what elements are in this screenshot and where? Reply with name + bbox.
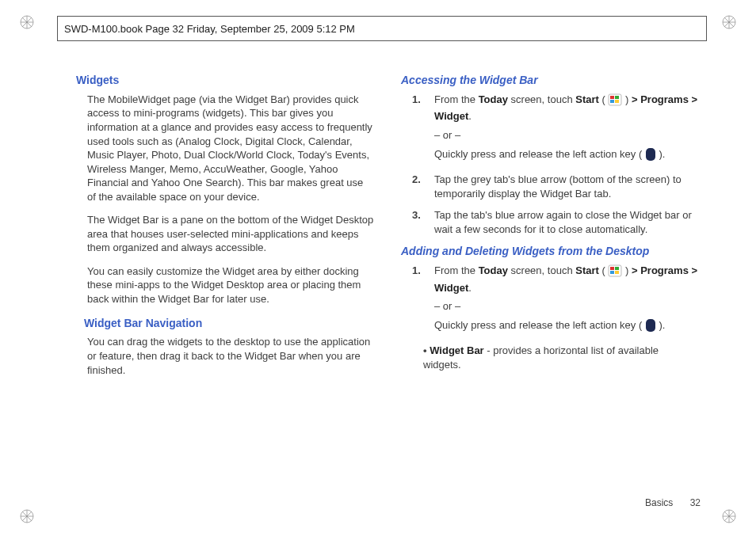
- step-alt: Quickly press and release the left actio…: [434, 318, 699, 337]
- ordered-steps: 1. From the Today screen, touch Start ( …: [412, 264, 699, 336]
- step-number: 1.: [412, 93, 425, 165]
- svg-rect-28: [615, 267, 619, 270]
- ordered-steps: 1. From the Today screen, touch Start ( …: [412, 93, 699, 236]
- document-header: SWD-M100.book Page 32 Friday, September …: [57, 16, 707, 41]
- start-flag-icon: [608, 93, 622, 110]
- heading-widget-bar-navigation: Widget Bar Navigation: [84, 316, 374, 331]
- page-body: Widgets The MobileWidget page (via the W…: [76, 67, 699, 486]
- right-column: Accessing the Widget Bar 1. From the Tod…: [401, 67, 699, 486]
- step-number: 2.: [412, 173, 425, 200]
- svg-rect-22: [615, 96, 619, 99]
- footer-section: Basics: [645, 497, 673, 508]
- step-or: – or –: [434, 128, 699, 143]
- paragraph: You can easily customize the Widget area…: [87, 264, 374, 306]
- crop-ornament-bottom-right: [721, 508, 737, 524]
- left-column: Widgets The MobileWidget page (via the W…: [76, 67, 374, 486]
- svg-rect-25: [646, 148, 655, 161]
- paragraph: The MobileWidget page (via the Widget Ba…: [87, 93, 374, 203]
- svg-rect-23: [610, 100, 614, 103]
- svg-rect-24: [615, 100, 619, 103]
- step-alt: Quickly press and release the left actio…: [434, 147, 699, 165]
- crop-ornament-top-right: [721, 14, 737, 30]
- step-item: 1. From the Today screen, touch Start ( …: [412, 93, 699, 165]
- heading-accessing-widget-bar: Accessing the Widget Bar: [401, 73, 699, 88]
- svg-rect-27: [610, 267, 614, 270]
- step-number: 1.: [412, 264, 425, 336]
- paragraph: The Widget Bar is a pane on the bottom o…: [87, 213, 374, 255]
- step-item: 3. Tap the tab's blue arrow again to clo…: [412, 208, 699, 236]
- start-flag-icon: [608, 264, 622, 281]
- footer-page-number: 32: [690, 497, 701, 508]
- page-footer: Basics 32: [645, 497, 701, 508]
- svg-rect-31: [646, 319, 655, 332]
- step-item: 1. From the Today screen, touch Start ( …: [412, 264, 699, 336]
- action-key-icon: [645, 318, 656, 337]
- step-body: Tap the tab's blue arrow again to close …: [434, 208, 699, 236]
- svg-rect-29: [610, 271, 614, 274]
- heading-widgets: Widgets: [76, 73, 374, 88]
- svg-rect-21: [610, 96, 614, 99]
- action-key-icon: [645, 147, 656, 165]
- bullet-item: Widget Bar - provides a horizontal list …: [423, 344, 699, 371]
- paragraph: You can drag the widgets to the desktop …: [87, 335, 374, 377]
- svg-rect-30: [615, 271, 619, 274]
- document-header-text: SWD-M100.book Page 32 Friday, September …: [64, 23, 355, 35]
- step-body: Tap the grey tab's blue arrow (bottom of…: [434, 173, 699, 200]
- step-body: From the Today screen, touch Start ( ) >…: [434, 93, 699, 165]
- step-body: From the Today screen, touch Start ( ) >…: [434, 264, 699, 336]
- step-or: – or –: [434, 299, 699, 314]
- crop-ornament-top-left: [19, 14, 35, 30]
- bullet-term: Widget Bar: [430, 344, 484, 356]
- crop-ornament-bottom-left: [19, 508, 35, 524]
- step-number: 3.: [412, 208, 425, 236]
- heading-adding-deleting-widgets: Adding and Deleting Widgets from the Des…: [401, 244, 699, 259]
- step-item: 2. Tap the grey tab's blue arrow (bottom…: [412, 173, 699, 200]
